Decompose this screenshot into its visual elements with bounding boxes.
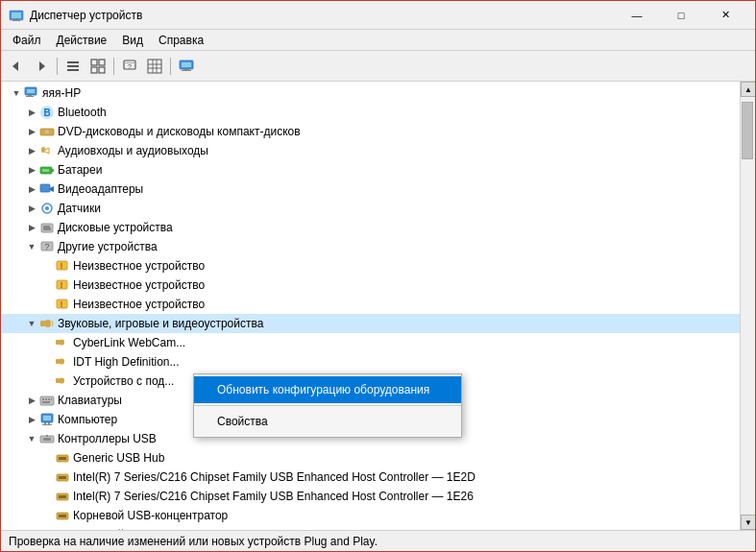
- expand-icon-batteries: ▶: [24, 162, 39, 178]
- tree-item-unknown1[interactable]: ! Неизвестное устройство: [1, 256, 740, 276]
- svg-rect-28: [28, 95, 32, 96]
- status-bar: Проверка на наличие изменений или новых …: [1, 530, 755, 551]
- scroll-up-button[interactable]: ▲: [741, 82, 755, 97]
- disk-icon: [39, 220, 55, 235]
- sound-device-icon-1: [55, 335, 70, 350]
- svg-rect-58: [56, 359, 60, 364]
- usb-device-icon-3: [55, 489, 70, 504]
- context-menu-properties[interactable]: Свойства: [194, 408, 461, 435]
- tree-item-usb-hub[interactable]: Generic USB Hub: [1, 448, 740, 468]
- tree-item-bluetooth[interactable]: ▶ B Bluetooth: [1, 103, 740, 122]
- tree-view[interactable]: ▼ яяя-HP ▶ B: [1, 82, 740, 530]
- menu-action[interactable]: Действие: [49, 32, 115, 49]
- status-text: Проверка на наличие изменений или новых …: [9, 535, 378, 548]
- forward-button[interactable]: [30, 55, 53, 78]
- scroll-thumb[interactable]: [742, 102, 753, 159]
- close-button[interactable]: ✕: [703, 1, 747, 30]
- tree-label-keyboard: Клавиатуры: [58, 394, 122, 407]
- unknown-icon-2: !: [55, 277, 70, 293]
- tree-label-dvd: DVD-дисководы и дисководы компакт-дисков: [58, 125, 301, 138]
- svg-rect-59: [56, 378, 60, 383]
- svg-rect-25: [182, 70, 191, 71]
- svg-rect-70: [42, 424, 52, 425]
- tree-item-video[interactable]: ▶ Видеоадаптеры: [1, 180, 740, 199]
- svg-rect-73: [46, 435, 48, 437]
- main-content: ▼ яяя-HP ▶ B: [1, 82, 755, 530]
- menu-bar: Файл Действие Вид Справка: [1, 30, 755, 51]
- maximize-button[interactable]: □: [659, 1, 703, 30]
- tree-item-unknown3[interactable]: ! Неизвестное устройство: [1, 295, 740, 314]
- menu-view[interactable]: Вид: [114, 32, 151, 49]
- scroll-down-button[interactable]: ▼: [741, 515, 755, 530]
- sensor-icon: [39, 201, 55, 216]
- expand-icon-sensors: ▶: [24, 201, 39, 216]
- expand-icon-video: ▶: [24, 181, 39, 197]
- title-bar: Диспетчер устройств — □ ✕: [1, 1, 755, 30]
- expand-icon-unknown2: [39, 277, 55, 293]
- tree-label-idt: IDT High Definition...: [73, 355, 180, 369]
- svg-rect-77: [59, 476, 66, 479]
- scroll-track[interactable]: [741, 97, 755, 515]
- computer-icon: [24, 85, 39, 101]
- tree-label-intel-usb1: Intel(R) 7 Series/C216 Chipset Family US…: [73, 470, 476, 484]
- separator-1: [57, 58, 58, 75]
- tree-item-cyberlink[interactable]: CyberLink WebCam...: [1, 333, 740, 352]
- svg-rect-68: [44, 422, 46, 424]
- back-button[interactable]: [5, 55, 28, 78]
- details-button[interactable]: [86, 55, 110, 78]
- tree-item-root[interactable]: ▼ яяя-HP: [1, 84, 740, 103]
- svg-rect-72: [43, 438, 51, 441]
- minimize-button[interactable]: —: [615, 1, 659, 30]
- window-icon: [9, 8, 24, 23]
- tree-label-usb-root-xhci: Корневой USB-концентратор (xHCI): [73, 528, 264, 530]
- svg-rect-7: [67, 61, 79, 63]
- separator-3: [170, 58, 171, 75]
- tree-item-audio[interactable]: ▶ Аудиовходы и аудиовыходы: [1, 141, 740, 160]
- svg-rect-65: [42, 401, 50, 403]
- svg-point-33: [45, 130, 49, 133]
- expand-icon-root: ▼: [9, 85, 24, 101]
- menu-file[interactable]: Файл: [5, 32, 49, 49]
- svg-rect-9: [67, 69, 79, 71]
- tree-label-cyberlink: CyberLink WebCam...: [73, 336, 185, 349]
- svg-rect-39: [52, 169, 54, 172]
- tree-item-intel-usb1[interactable]: Intel(R) 7 Series/C216 Chipset Family US…: [1, 468, 740, 487]
- tree-label-unknown2: Неизвестное устройство: [73, 278, 205, 292]
- tree-item-disk[interactable]: ▶ Дисковые устройства: [1, 218, 740, 237]
- tree-label-video: Видеоадаптеры: [58, 182, 143, 196]
- tree-label-audio: Аудиовходы и аудиовыходы: [58, 144, 208, 157]
- svg-marker-5: [12, 61, 18, 71]
- svg-rect-60: [40, 396, 54, 405]
- tree-item-intel-usb2[interactable]: Intel(R) 7 Series/C216 Chipset Family US…: [1, 487, 740, 506]
- svg-rect-12: [91, 67, 97, 73]
- sound-icon: [39, 316, 55, 331]
- tree-item-dvd[interactable]: ▶ DVD-дисководы и дисководы компакт-диск…: [1, 122, 740, 141]
- svg-rect-57: [56, 340, 60, 345]
- svg-point-47: [50, 226, 52, 228]
- tree-item-unknown2[interactable]: ! Неизвестное устройство: [1, 276, 740, 295]
- tree-label-sound: Звуковые, игровые и видеоустройства: [58, 317, 263, 330]
- context-menu-update[interactable]: Обновить конфигурацию оборудования: [194, 376, 461, 403]
- grid-button[interactable]: [143, 55, 166, 78]
- menu-help[interactable]: Справка: [151, 32, 211, 49]
- svg-rect-34: [41, 147, 45, 153]
- svg-rect-75: [59, 457, 66, 460]
- tree-label-usb-root: Корневой USB-концентратор: [73, 509, 228, 522]
- tree-item-idt[interactable]: IDT High Definition...: [1, 352, 740, 372]
- tree-item-batteries[interactable]: ▶ Батареи: [1, 160, 740, 180]
- tree-label-usb-hub: Generic USB Hub: [73, 451, 164, 465]
- expand-icon-unknown3: [39, 297, 55, 312]
- tree-item-usb-root-xhci[interactable]: Корневой USB-концентратор (xHCI): [1, 525, 740, 530]
- tree-item-usb-root[interactable]: Корневой USB-концентратор: [1, 506, 740, 525]
- tree-item-sound[interactable]: ▼ Звуковые, игровые и видеоустройства: [1, 314, 740, 333]
- svg-rect-13: [99, 67, 105, 73]
- scrollbar[interactable]: ▲ ▼: [740, 82, 755, 530]
- help-button[interactable]: ?: [118, 55, 141, 78]
- computer-button[interactable]: [175, 55, 198, 78]
- tree-item-sensors[interactable]: ▶ Датчики: [1, 199, 740, 218]
- tree-label-batteries: Батареи: [58, 163, 102, 177]
- list-button[interactable]: [61, 55, 85, 78]
- sound-device-icon-2: [55, 354, 70, 370]
- tree-item-other[interactable]: ▼ ? Другие устройства: [1, 237, 740, 256]
- svg-rect-2: [11, 19, 15, 20]
